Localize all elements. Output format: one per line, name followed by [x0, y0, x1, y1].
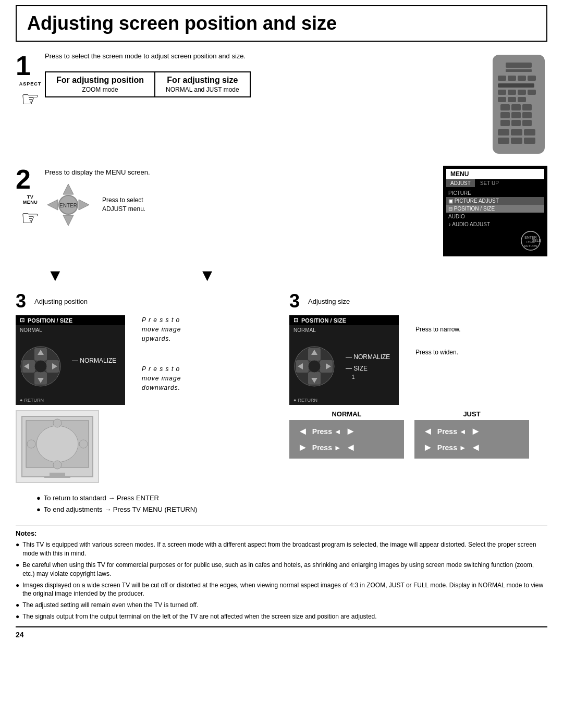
position-screen-header: ⊡ POSITION / SIZE — [16, 315, 125, 325]
svg-rect-24 — [498, 129, 509, 135]
menu-item-picture-adjust: ▣ PICTURE ADJUST — [446, 197, 544, 205]
svg-rect-9 — [508, 90, 516, 95]
svg-rect-12 — [498, 97, 506, 102]
step3-row: 3 Adjusting position ⊡ POSITION / SIZE N… — [16, 290, 547, 483]
svg-rect-7 — [498, 83, 534, 88]
svg-rect-6 — [528, 76, 536, 81]
size-screen-body: — NORMALIZE — SIZE 1 — [289, 335, 399, 398]
note-4: ● The adjusted setting will remain even … — [16, 601, 547, 610]
arrow-left-2: ◄ — [346, 441, 356, 453]
screen-item-normal: NORMAL — [16, 325, 125, 335]
svg-rect-22 — [511, 120, 521, 126]
menu-tabs: ADJUST SET UP — [446, 179, 544, 187]
note-bullet-2: ● — [16, 561, 19, 578]
normal-press-box: ◄ Press ◄ ► ► Press ► ◄ — [289, 420, 404, 459]
aspect-label: ASPECT — [19, 81, 42, 87]
notes-section: Notes: ● This TV is equipped with variou… — [16, 525, 547, 621]
step3-size-col: 3 Adjusting size ⊡ POSITION / SIZE NORMA… — [289, 290, 547, 459]
down-arrow-left: ▼ — [47, 266, 64, 285]
arrow-left-4: ◄ — [471, 441, 481, 453]
svg-rect-1 — [506, 63, 532, 68]
svg-rect-2 — [506, 69, 532, 72]
just-col: JUST ◄ Press ◄ ► ► Press ► ◄ — [414, 410, 529, 459]
tip-text-1: To return to standard → Press ENTER — [44, 493, 159, 503]
normal-just-row: NORMAL ◄ Press ◄ ► ► Press ► ◄ — [289, 410, 547, 459]
tip-text-2: To end adjustments → Press TV MENU (RETU… — [44, 505, 198, 514]
size-screen-icon: ⊡ — [293, 317, 298, 324]
menu-tab-setup: SET UP — [476, 179, 503, 187]
screen-item-normal-2: NORMAL — [289, 325, 399, 335]
position-screen: ⊡ POSITION / SIZE NORMAL — [16, 315, 125, 405]
note-3: ● Images displayed on a wide screen TV w… — [16, 581, 547, 599]
tv-screen-position — [16, 410, 99, 483]
svg-text:RETURN: RETURN — [524, 244, 537, 248]
press-widen-label: Press to widen. — [415, 349, 461, 356]
press-row-2-normal: ► Press ► ◄ — [298, 441, 396, 453]
svg-rect-3 — [498, 76, 506, 81]
menu-item-position-size: ⊟ POSITION / SIZE — [446, 205, 544, 213]
step-1-content: Press to select the screen mode to adjus… — [45, 52, 547, 156]
svg-rect-18 — [500, 112, 510, 118]
normalize-label: — NORMALIZE — [72, 357, 116, 364]
press-row-1-just: ◄ Press ◄ ► — [423, 425, 521, 437]
svg-point-57 — [79, 440, 88, 448]
note-text-4: The adjusted setting will remain even wh… — [22, 601, 198, 610]
svg-rect-52 — [50, 473, 65, 476]
size-value: 1 — [352, 374, 390, 380]
step3-position-number: 3 — [16, 290, 26, 312]
step2-instruction: Press to display the MENU screen. — [45, 168, 433, 176]
svg-rect-29 — [524, 138, 535, 144]
note-bullet-4: ● — [16, 601, 19, 610]
press-move-labels: P r e s s t o move image upwards. P r e … — [142, 315, 181, 392]
menu-controls: ENTER PAGE RETURN SELECT — [446, 228, 544, 253]
svg-point-46 — [34, 360, 47, 373]
arrow-right-1: ► — [346, 425, 356, 437]
svg-marker-32 — [63, 184, 74, 194]
position-screen-body: — NORMALIZE — [16, 335, 125, 398]
notes-title: Notes: — [16, 529, 547, 537]
page-number: 24 — [16, 631, 24, 639]
svg-rect-5 — [518, 76, 526, 81]
svg-rect-10 — [518, 90, 526, 95]
step-2: 2 TVMENU ☞ Press to display the MENU scr… — [16, 166, 547, 256]
svg-point-55 — [36, 426, 78, 462]
step-1-number: 1 — [16, 52, 36, 79]
step-1: 1 ASPECT ☞ Press to select the screen mo… — [16, 52, 547, 156]
tv-menu-label: TVMENU — [23, 195, 38, 205]
step3-size-body: ⊡ POSITION / SIZE NORMAL — [289, 315, 547, 405]
svg-rect-13 — [508, 97, 516, 102]
note-text-1: This TV is equipped with various screen … — [22, 540, 547, 558]
remote-image — [490, 52, 547, 156]
press-row-2-just: ► Press ► ◄ — [423, 441, 521, 453]
svg-rect-11 — [528, 90, 536, 95]
step2-middle: Press to display the MENU screen. ENTER — [45, 166, 433, 228]
arrow-right-2: ► — [298, 441, 308, 453]
normal-label: NORMAL — [289, 410, 404, 418]
size-screen: ⊡ POSITION / SIZE NORMAL — [289, 315, 399, 405]
svg-rect-21 — [500, 120, 510, 126]
step-2-number: 2 — [16, 166, 36, 193]
svg-rect-23 — [522, 120, 532, 126]
svg-rect-25 — [511, 129, 522, 135]
tip-bullet-2: ● — [36, 505, 41, 514]
arrow-left-1: ◄ — [298, 425, 308, 437]
tips-section: ● To return to standard → Press ENTER ● … — [36, 493, 547, 514]
svg-rect-8 — [498, 90, 506, 95]
normal-col: NORMAL ◄ Press ◄ ► ► Press ► ◄ — [289, 410, 404, 459]
svg-rect-28 — [511, 138, 522, 144]
press-text-1: Press ◄ — [312, 427, 341, 436]
position-mode-label: For adjusting position — [56, 76, 144, 85]
page-title-box: Adjusting screen position and size — [16, 5, 547, 42]
note-text-3: Images displayed on a wide screen TV wil… — [22, 581, 547, 599]
press-down-label: P r e s s t o move image downwards. — [142, 364, 181, 392]
svg-rect-27 — [498, 138, 509, 144]
menu-title: MENU — [446, 169, 544, 179]
arrow-right-4: ► — [423, 441, 433, 453]
position-screen-title-text: POSITION / SIZE — [28, 317, 72, 324]
arrow-right-3: ► — [471, 425, 481, 437]
menu-item-audio-adjust: ♪ AUDIO ADJUST — [446, 220, 544, 228]
svg-rect-20 — [522, 112, 532, 118]
step1-instruction: Press to select the screen mode to adjus… — [45, 52, 474, 60]
position-dpad-icon — [20, 346, 62, 387]
press-text-2: Press ► — [312, 443, 341, 452]
